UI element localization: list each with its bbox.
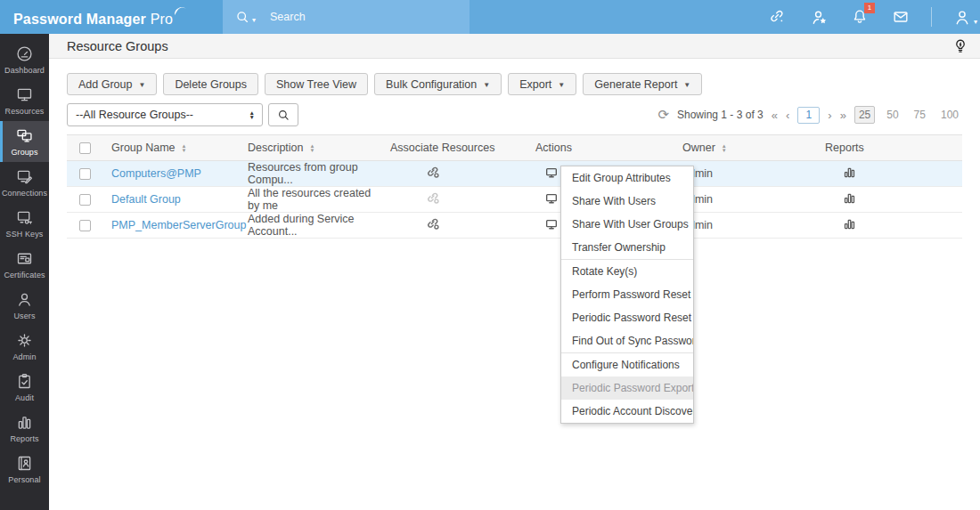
menu-item-periodic-password-reset[interactable]: Periodic Password Reset (561, 306, 693, 329)
sort-icon[interactable]: ▲▼ (182, 144, 187, 152)
sidebar-item-reports[interactable]: Reports (0, 408, 49, 449)
add-group-button[interactable]: Add Group▼ (67, 73, 157, 95)
resource-group-filter-select[interactable]: --All Resource Groups-- ▲▼ (67, 103, 263, 126)
user-favorites-icon[interactable] (808, 6, 829, 28)
notifications-bell-icon[interactable]: 1 (849, 6, 870, 28)
logo-suffix-text: Pro (151, 12, 174, 27)
search-input[interactable] (270, 11, 448, 23)
page-size-75[interactable]: 75 (911, 107, 929, 123)
column-header-reports: Reports (825, 142, 864, 154)
monitor-key-icon (15, 208, 34, 227)
table-header-row: Group Name▲▼ Description▲▼ Associate Res… (67, 135, 962, 161)
associate-resources-icon[interactable] (426, 190, 441, 206)
group-name-link[interactable]: Default Group (111, 193, 181, 206)
global-search-bar[interactable]: ▾ (223, 0, 470, 34)
sidebar-item-connections[interactable]: Connections (0, 162, 49, 203)
main-content: Resource Groups Add Group▼ Delete Groups… (49, 34, 980, 510)
row-checkbox[interactable] (79, 168, 91, 180)
gear-icon (15, 331, 34, 350)
help-lightbulb-icon[interactable] (953, 38, 968, 54)
sidebar-item-ssh-keys[interactable]: SSH Keys (0, 203, 49, 244)
page-size-25[interactable]: 25 (854, 106, 875, 124)
user-profile-icon[interactable]: ▾ (951, 6, 973, 28)
bulk-configuration-button[interactable]: Bulk Configuration▼ (374, 73, 502, 95)
delete-groups-button[interactable]: Delete Groups (163, 73, 258, 95)
next-page-button[interactable]: › (828, 109, 831, 121)
associate-resources-icon[interactable] (426, 216, 441, 231)
sidebar-nav: Dashboard Resources Groups Connections S… (0, 34, 49, 510)
sidebar-item-resources[interactable]: Resources (0, 80, 49, 121)
menu-item-find-out-of-sync-passwords[interactable]: Find Out of Sync Passwords (561, 329, 693, 352)
caret-down-icon: ▼ (683, 81, 690, 89)
menu-item-share-with-users[interactable]: Share With Users (561, 190, 693, 213)
page-size-100[interactable]: 100 (937, 107, 962, 123)
menu-item-perform-password-reset[interactable]: Perform Password Reset (561, 283, 693, 306)
menu-item-share-with-user-groups[interactable]: Share With User Groups (561, 213, 693, 236)
sidebar-item-label: SSH Keys (6, 230, 44, 239)
owner-cell: admin (675, 213, 818, 239)
report-chart-icon[interactable] (843, 217, 856, 231)
pagination: ⟳ Showing 1 - 3 of 3 « ‹ › » 25 50 75 10… (657, 106, 962, 124)
group-name-link[interactable]: PMP_MemberServerGroup (111, 219, 246, 231)
profile-caret-icon: ▾ (974, 18, 977, 26)
mail-icon[interactable] (890, 6, 911, 28)
sidebar-item-audit[interactable]: Audit (0, 367, 49, 408)
user-icon (15, 290, 34, 309)
menu-item-configure-notifications[interactable]: Configure Notifications (561, 353, 693, 376)
sort-icon[interactable]: ▲▼ (722, 144, 727, 152)
search-scope-caret-icon[interactable]: ▾ (252, 16, 256, 24)
column-header-group-name[interactable]: Group Name (111, 142, 176, 154)
search-icon[interactable]: ▾ (235, 10, 256, 25)
show-tree-view-button[interactable]: Show Tree View (265, 73, 368, 95)
sidebar-item-label: Users (13, 312, 35, 320)
app-logo[interactable]: Password Manager Pro (13, 6, 188, 28)
page-size-50[interactable]: 50 (883, 107, 902, 123)
sort-icon[interactable]: ▲▼ (310, 144, 315, 152)
quick-link-icon[interactable] (767, 6, 788, 28)
certificate-icon (15, 249, 34, 268)
menu-item-rotate-keys[interactable]: Rotate Key(s) (561, 260, 693, 283)
menu-item-transfer-ownership[interactable]: Transfer Ownership (561, 236, 693, 259)
sidebar-item-groups[interactable]: Groups (0, 121, 49, 162)
sidebar-item-dashboard[interactable]: Dashboard (0, 39, 49, 80)
report-chart-icon[interactable] (843, 191, 856, 205)
menu-item-edit-group-attributes[interactable]: Edit Group Attributes (561, 166, 693, 190)
button-label: Bulk Configuration (386, 78, 477, 91)
filter-search-button[interactable] (268, 103, 298, 126)
monitor-icon (544, 217, 559, 231)
button-label: Generate Report (594, 78, 677, 91)
monitor-icon (544, 191, 559, 206)
column-header-actions: Actions (535, 142, 572, 154)
first-page-button[interactable]: « (772, 109, 778, 121)
gauge-icon (15, 45, 34, 63)
description-cell: All the resources created by me (241, 187, 383, 213)
select-all-checkbox[interactable] (79, 142, 91, 154)
row-checkbox[interactable] (79, 194, 91, 206)
sidebar-item-personal[interactable]: Personal (0, 449, 49, 490)
associate-resources-icon[interactable] (426, 165, 441, 180)
report-chart-icon[interactable] (843, 166, 856, 179)
column-header-owner[interactable]: Owner (682, 142, 715, 154)
prev-page-button[interactable]: ‹ (786, 109, 789, 121)
sidebar-item-certificates[interactable]: Certificates (0, 244, 49, 285)
column-header-description[interactable]: Description (248, 142, 304, 154)
menu-group: Configure Notifications Periodic Passwor… (561, 352, 693, 423)
row-checkbox[interactable] (79, 220, 91, 231)
export-button[interactable]: Export▼ (508, 73, 576, 95)
monitor-icon (15, 85, 34, 104)
last-page-button[interactable]: » (840, 109, 846, 121)
sidebar-item-admin[interactable]: Admin (0, 326, 49, 367)
page-number-input[interactable] (797, 107, 820, 124)
refresh-icon[interactable]: ⟳ (657, 107, 669, 123)
owner-cell: admin (675, 187, 818, 213)
generate-report-button[interactable]: Generate Report▼ (583, 73, 702, 95)
header-divider (931, 7, 932, 27)
sidebar-item-label: Personal (8, 475, 40, 484)
sidebar-item-users[interactable]: Users (0, 285, 49, 326)
group-name-link[interactable]: Computers@PMP (111, 167, 201, 180)
sidebar-item-label: Connections (2, 189, 47, 198)
menu-item-periodic-account-discovery[interactable]: Periodic Account Discovery (561, 400, 693, 423)
notification-badge: 1 (864, 3, 875, 13)
column-header-associate-resources: Associate Resources (390, 142, 494, 154)
menu-item-periodic-password-export[interactable]: Periodic Password Export (561, 376, 693, 400)
